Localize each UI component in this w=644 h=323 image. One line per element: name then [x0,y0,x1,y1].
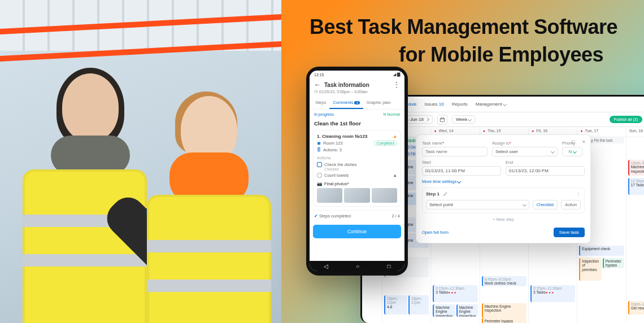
end-datetime-input[interactable]: 01/13/23, 12:00 PM [506,166,585,176]
end-label: End [506,160,585,165]
page-title: Best Task Management Software for Mobile… [310,14,633,68]
thumbnail[interactable] [344,188,369,203]
calendar-event[interactable]: 10pm–11pm [408,295,429,315]
step-card[interactable]: 1. Cleaning room №123 ▲ ◉Room 123Complet… [313,130,401,207]
back-button[interactable]: ← [314,81,321,89]
task-title: Clean the 1st floor [310,119,404,130]
calendar-event[interactable]: Inspection of premises [579,258,602,281]
task-name-label: Task name [422,141,488,146]
action-chip[interactable]: Action [561,200,581,209]
mobile-app-frame: 12:15 ◢ ▇ ← Task information ⋮ ◷01/25/23… [306,67,408,276]
calendar-event[interactable]: 12:30pm–6pm17 Tasks [628,178,644,195]
step-name: 1. Cleaning room №123 [317,134,367,139]
continue-button[interactable]: Continue [313,225,401,238]
thumbnail[interactable] [317,188,342,203]
calendar-event[interactable]: 10pm–1pmGet new work clothes … [628,301,644,315]
priority-badge: N Normal [383,112,400,116]
more-menu-icon[interactable]: ⋮ [393,81,400,89]
expand-icon[interactable]: ▢ [571,139,576,145]
status-badge: In progress [314,112,334,116]
chevron-down-icon [468,117,472,121]
calendar-icon [440,117,445,123]
start-datetime-input[interactable]: 01/13/23, 11:00 PM [422,166,501,176]
chevron-down-icon [457,180,461,184]
task-tabs: Steps Comments3 Graphic plan [310,97,404,110]
warning-icon: ▲ [393,173,397,178]
nav-reports[interactable]: Reports [452,102,468,107]
radio-icon[interactable] [317,173,322,178]
calendar-event[interactable]: 10pm–11pm4-8 [384,295,407,315]
tab-comments[interactable]: Comments3 [329,97,363,109]
chevron-down-icon [503,102,507,106]
calendar-event[interactable]: 9:15pm–11:30am3 Tasks● ● ● [530,285,575,302]
calendar-event[interactable]: Machine Engine Inspection [433,304,455,317]
camera-icon: 📷 [317,181,322,186]
steps-completed-value: 2 / 4 [391,213,400,219]
new-task-popover: ▢ ✕ Task name Assign to Select user Prio… [416,134,591,243]
nav-back-icon[interactable]: ◁ [324,263,328,269]
task-header: ← Task information ⋮ ◷01/25/23, 5:00pm –… [310,78,404,95]
calendar-event[interactable]: 8:45pm–9:10pmWork clothes check [482,276,526,286]
calendar-event[interactable]: 12pm–3pmMachine Engine Inspection [628,160,644,176]
step-block: Step 1 ⋮ Select point Checklist Action [422,187,585,213]
steps-completed-row: ✔ Steps completed 2 / 4 [313,210,401,221]
calendar-event[interactable]: Machine Engine Inspection [482,303,526,318]
tab-steps[interactable]: Steps [312,97,329,109]
screen-title: Task information [324,82,369,88]
more-time-settings-link[interactable]: More time settings [422,179,585,184]
pencil-icon[interactable] [443,191,448,197]
step-more-icon[interactable]: ⋮ [576,191,581,197]
calendar-event[interactable]: Machine Engine Inspection [456,304,478,317]
list-icon: ≣ [317,147,321,152]
check-icon: ✔ [314,213,318,219]
headline-line2: for Mobile Employees [310,41,633,69]
calendar-event[interactable]: Perimeter bypass [603,258,624,268]
chevron-down-icon [551,150,555,154]
status-icons: ◢ ▇ [393,72,400,77]
start-label: Start [422,160,501,165]
publish-all-button[interactable]: Publish all (2) [610,116,642,123]
checklist-chip[interactable]: Checklist [533,200,558,209]
chevron-right-icon [425,117,429,121]
calendar-event[interactable]: Equipment check [579,246,624,256]
calendar-button[interactable] [437,115,447,125]
new-step-button[interactable]: + New step [422,213,585,225]
chevron-down-icon [572,150,576,154]
completed-badge: Completed [374,141,397,146]
nav-management[interactable]: Management [476,102,506,107]
nav-home-icon[interactable]: ○ [356,263,359,269]
tab-graphic-plan[interactable]: Graphic plan [363,97,394,109]
open-full-form-link[interactable]: Open full form [422,230,449,235]
chevron-down-icon [523,203,526,207]
close-icon[interactable]: ✕ [582,139,586,145]
step-title: Step 1 [426,191,440,197]
actions-label: Actions [317,155,397,160]
checkbox-icon[interactable] [317,162,322,167]
location-icon: ◉ [317,141,321,146]
calendar-event[interactable]: Perimeter bypass [482,318,526,323]
assign-to-label: Assign to [492,141,558,146]
save-task-button[interactable]: Save task [554,228,585,237]
headline-line1: Best Task Management Software [310,15,617,38]
hero-photo [0,0,281,323]
comments-badge: 3 [354,101,359,104]
calendar-event[interactable]: 9:15pm–11:30am3 Tasks● ● ● [433,285,477,302]
nav-issues[interactable]: Issues 10 [425,102,444,107]
assign-to-select[interactable]: Select user [492,147,558,156]
priority-select[interactable]: N [562,147,582,156]
phone-status-bar: 12:15 ◢ ▇ [310,71,404,78]
clock-icon: ◷ [314,89,317,94]
photo-thumbnails[interactable] [317,188,397,203]
nav-recent-icon[interactable]: □ [387,263,390,269]
task-name-input[interactable] [422,147,488,156]
warning-icon: ▲ [393,134,397,139]
svg-rect-0 [440,118,445,122]
action-sublabel: Checked [324,167,397,171]
day-column[interactable]: Sun, 18 12pm–3pmMachine Engine Inspectio… [626,127,644,323]
thumbnail[interactable] [372,188,397,203]
android-nav-bar: ◁ ○ □ [310,261,404,271]
select-point[interactable]: Select point [426,200,529,209]
view-week-select[interactable]: Week [452,115,476,124]
